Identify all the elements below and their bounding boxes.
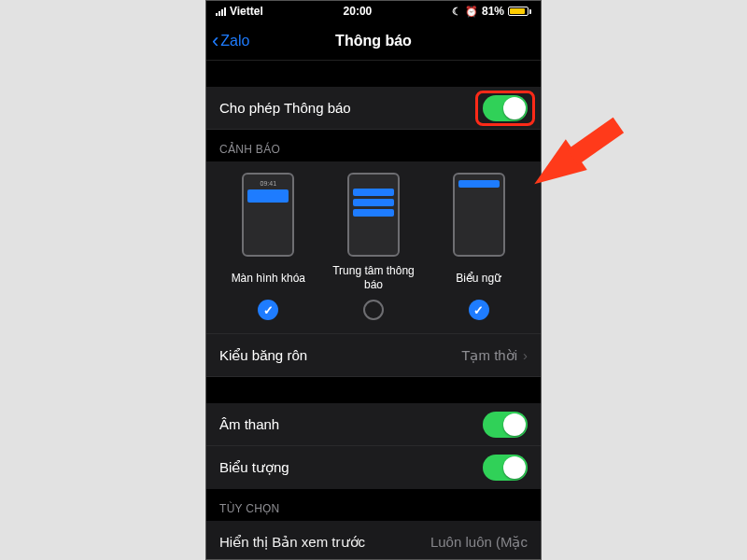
banner-style-value: Tạm thời	[461, 347, 517, 364]
badge-toggle[interactable]	[483, 455, 528, 481]
banner-style-cell[interactable]: Kiểu băng rôn Tạm thời ›	[206, 334, 541, 377]
allow-notifications-label: Cho phép Thông báo	[219, 100, 483, 116]
alert-option-label: Màn hình khóa	[232, 264, 305, 292]
preview-label: Hiển thị Bản xem trước	[219, 534, 430, 551]
carrier-label: Viettel	[230, 5, 263, 18]
battery-pct: 81%	[482, 5, 504, 18]
lockscreen-preview-icon: 09:41	[242, 173, 294, 257]
sound-toggle[interactable]	[483, 412, 528, 438]
chevron-right-icon: ›	[523, 347, 528, 363]
alert-option-label: Biểu ngữ	[456, 264, 501, 292]
banner-style-label: Kiểu băng rôn	[219, 347, 461, 364]
checkmark-icon[interactable]	[363, 300, 384, 320]
banner-preview-icon	[453, 173, 505, 257]
page-title: Thông báo	[206, 33, 541, 49]
sound-cell[interactable]: Âm thanh	[206, 403, 541, 446]
options-header: TÙY CHỌN	[206, 489, 541, 521]
sound-label: Âm thanh	[219, 416, 483, 432]
alert-option-lockscreen[interactable]: 09:41 Màn hình khóa ✓	[221, 173, 315, 320]
checkmark-icon[interactable]: ✓	[469, 300, 489, 320]
alert-option-banner[interactable]: Biểu ngữ ✓	[432, 173, 526, 320]
battery-fill	[510, 8, 525, 14]
alerts-header: CẢNH BÁO	[206, 130, 541, 161]
notifcenter-preview-icon	[347, 173, 400, 257]
alerts-group: 09:41 Màn hình khóa ✓ Trung tâm thông bá…	[206, 161, 541, 334]
back-button[interactable]: ‹ Zalo	[212, 31, 249, 51]
preview-value: Luôn luôn (Mặc	[430, 534, 528, 551]
back-label: Zalo	[220, 33, 249, 49]
badge-cell[interactable]: Biểu tượng	[206, 446, 541, 489]
chevron-left-icon: ‹	[212, 31, 218, 51]
allow-notifications-toggle[interactable]	[483, 95, 528, 121]
battery-icon	[508, 7, 531, 16]
allow-notifications-cell[interactable]: Cho phép Thông báo	[206, 87, 541, 130]
checkmark-icon[interactable]: ✓	[258, 300, 278, 320]
nav-bar: ‹ Zalo Thông báo	[206, 21, 541, 61]
pointer-arrow-icon	[532, 112, 644, 218]
phone-frame: Viettel 20:00 ☾ ⏰ 81% ‹ Zalo Thông báo C…	[205, 0, 542, 560]
badge-label: Biểu tượng	[219, 459, 483, 476]
moon-icon: ☾	[452, 6, 461, 18]
alert-option-label: Trung tâm thông báo	[327, 264, 420, 292]
alarm-icon: ⏰	[465, 6, 478, 18]
svg-rect-1	[567, 118, 624, 165]
clock: 20:00	[263, 5, 452, 18]
alert-option-notifcenter[interactable]: Trung tâm thông báo	[327, 173, 420, 320]
status-bar: Viettel 20:00 ☾ ⏰ 81%	[206, 1, 541, 21]
preview-cell[interactable]: Hiển thị Bản xem trước Luôn luôn (Mặc	[206, 521, 541, 560]
signal-bars-icon	[216, 7, 226, 16]
